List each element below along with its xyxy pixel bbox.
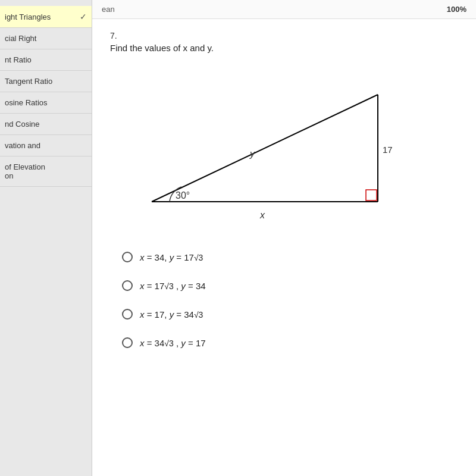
sidebar-item-cosine-ratios[interactable]: osine Ratios [0,92,92,114]
radio-4[interactable] [122,337,133,348]
sidebar-item-elevation[interactable]: of Elevation on [0,156,92,187]
svg-rect-3 [366,190,377,201]
option-4-text: x = 34√3 , y = 17 [140,338,206,348]
question-area: 7. Find the values of x and y. 30° y 17 [92,19,476,476]
sidebar-item-label: of Elevation on [5,162,45,180]
triangle-svg: 30° y 17 x [122,65,408,231]
radio-1[interactable] [122,252,133,262]
sidebar: ight Triangles ✓ cial Right nt Ratio Tan… [0,0,92,476]
hyp-label: y [249,149,255,159]
sidebar-item-label: ight Triangles [5,12,51,21]
sidebar-item-label: nt Ratio [5,55,32,64]
answer-options: x = 34, y = 17√3 x = 17√3 , y = 34 x = 1… [122,252,458,348]
sidebar-item-label: cial Right [5,34,36,43]
zoom-label: ean [102,5,115,14]
sidebar-item-nd-cosine[interactable]: nd Cosine [0,114,92,135]
top-bar: ean 100% [92,0,476,19]
sidebar-item-special-right[interactable]: cial Right [0,28,92,49]
sidebar-item-vation-and[interactable]: vation and [0,135,92,156]
angle-label: 30° [176,190,190,201]
option-3[interactable]: x = 17, y = 34√3 [122,309,458,320]
option-4[interactable]: x = 34√3 , y = 17 [122,337,458,348]
sidebar-item-label: Tangent Ratio [5,77,52,86]
option-2[interactable]: x = 17√3 , y = 34 [122,280,458,291]
svg-line-0 [152,95,378,202]
zoom-value: 100% [447,5,466,14]
radio-3[interactable] [122,309,133,320]
sidebar-item-label: vation and [5,141,40,150]
triangle-diagram: 30° y 17 x [122,65,458,234]
sidebar-item-label: nd Cosine [5,120,40,129]
question-number: 7. [110,31,458,40]
base-label: x [259,210,265,220]
radio-2[interactable] [122,280,133,291]
option-1[interactable]: x = 34, y = 17√3 [122,252,458,262]
sidebar-item-tangent-ratio[interactable]: Tangent Ratio [0,71,92,92]
option-3-text: x = 17, y = 34√3 [140,309,203,320]
sidebar-item-label: osine Ratios [5,98,48,107]
sidebar-item-right-triangles[interactable]: ight Triangles ✓ [0,6,92,28]
check-icon: ✓ [80,12,87,21]
question-text: Find the values of x and y. [110,43,458,53]
main-content: ean 100% 7. Find the values of x and y. … [92,0,476,476]
option-2-text: x = 17√3 , y = 34 [140,281,206,291]
side-label: 17 [383,145,393,155]
option-1-text: x = 34, y = 17√3 [140,252,203,262]
sidebar-item-nt-ratio[interactable]: nt Ratio [0,49,92,71]
